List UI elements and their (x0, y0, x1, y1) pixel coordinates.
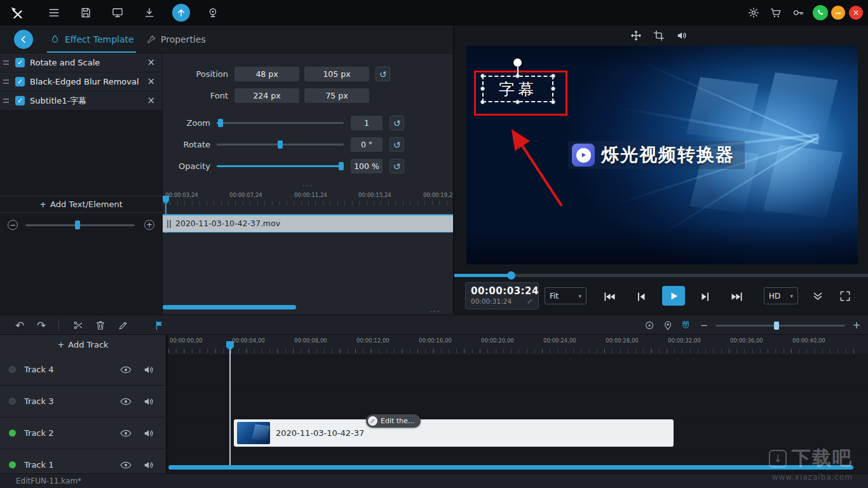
save-icon[interactable] (79, 6, 92, 19)
font-width-field[interactable]: 224 px (234, 88, 299, 103)
position-y-field[interactable]: 105 px (304, 67, 369, 81)
volume-icon[interactable] (675, 29, 688, 42)
resize-handle[interactable] (480, 86, 485, 91)
panel-resize-handle[interactable]: ··· (302, 182, 313, 191)
resize-handle[interactable] (551, 74, 555, 78)
store-cart-icon[interactable] (770, 6, 782, 19)
whatsapp-contact-icon[interactable] (813, 5, 828, 20)
fit-dropdown[interactable]: Fit ▾ (545, 287, 587, 304)
zoom-in-icon[interactable]: + (144, 220, 154, 230)
subtitle-selection-box[interactable]: 字幕 (482, 76, 553, 102)
add-text-element-button[interactable]: + Add Text/Element (0, 196, 162, 213)
timecode-display[interactable]: 00:00:03:24 00:00:31:24 (465, 282, 539, 309)
reset-rotate-button[interactable]: ↺ (390, 137, 404, 152)
track-visibility-eye-icon[interactable] (119, 427, 132, 440)
remove-effect-icon[interactable]: × (147, 92, 155, 110)
track-mute-speaker-icon[interactable] (142, 459, 155, 471)
timeline-zoom-slider[interactable] (715, 325, 845, 327)
play-button[interactable] (662, 286, 685, 306)
reset-opacity-button[interactable]: ↺ (390, 159, 404, 173)
seek-bar-handle[interactable] (507, 271, 515, 280)
effect-checkbox[interactable]: ✓ (15, 77, 25, 86)
track-visibility-eye-icon[interactable] (119, 363, 132, 376)
minimize-button[interactable]: − (831, 6, 845, 20)
track-header[interactable]: Track 3 (0, 386, 167, 417)
list-zoom-slider[interactable] (25, 224, 135, 226)
remove-effect-icon[interactable]: × (147, 72, 155, 91)
drag-handle-icon[interactable] (3, 98, 9, 103)
record-webcam-icon[interactable] (207, 6, 219, 19)
position-x-field[interactable]: 48 px (234, 67, 299, 81)
edit-pencil-icon[interactable] (118, 320, 129, 331)
effect-checkbox[interactable]: ✓ (15, 96, 25, 105)
list-zoom-slider-handle[interactable] (75, 220, 80, 229)
remove-effect-icon[interactable]: × (147, 53, 155, 72)
timeline-hscrollbar[interactable] (168, 465, 853, 470)
track-mute-speaker-icon[interactable] (142, 395, 155, 408)
next-frame-icon[interactable] (698, 289, 713, 304)
snap-magnet-icon[interactable] (680, 320, 691, 331)
crop-tool-icon[interactable] (653, 29, 665, 42)
drag-handle-icon[interactable] (3, 79, 9, 84)
upload-button[interactable] (172, 4, 190, 22)
marker-pin-icon[interactable] (662, 320, 674, 331)
preview-seek-bar[interactable] (454, 274, 868, 277)
rotation-handle[interactable] (513, 58, 522, 67)
opacity-slider[interactable] (217, 165, 344, 167)
fullscreen-icon[interactable] (839, 289, 853, 303)
properties-hscrollbar[interactable] (163, 305, 296, 309)
close-button[interactable] (849, 6, 863, 20)
resize-handle[interactable] (515, 100, 520, 104)
license-key-icon[interactable] (792, 6, 804, 19)
delete-trash-icon[interactable] (95, 320, 106, 331)
timeline-zoom-slider-handle[interactable] (774, 322, 779, 330)
zoom-value-field[interactable]: 1 (351, 116, 383, 130)
marker-flag-icon[interactable] (154, 320, 165, 331)
track-header[interactable]: Track 2 (0, 417, 167, 449)
previous-frame-icon[interactable] (634, 289, 649, 304)
opacity-slider-handle[interactable] (339, 162, 344, 170)
zoom-out-icon[interactable]: − (8, 220, 18, 230)
track-enable-dot[interactable] (9, 430, 16, 437)
track-lane[interactable] (168, 386, 868, 417)
track-visibility-eye-icon[interactable] (119, 459, 132, 471)
clip-trim-handle[interactable] (167, 220, 171, 228)
effect-checkbox[interactable]: ✓ (15, 58, 25, 67)
zoom-slider[interactable] (217, 122, 344, 124)
track-visibility-eye-icon[interactable] (119, 395, 132, 408)
video-canvas[interactable]: 烁光视频转换器 字幕 (466, 46, 858, 264)
menu-icon[interactable] (48, 6, 60, 19)
edit-time-pencil-icon[interactable] (527, 298, 533, 304)
track-enable-dot[interactable] (9, 461, 16, 468)
track-header[interactable]: Track 4 (0, 354, 167, 385)
track-preview-target-icon[interactable] (644, 320, 655, 331)
track-mute-speaker-icon[interactable] (142, 427, 155, 440)
back-button[interactable] (14, 30, 33, 49)
track-lane[interactable] (168, 354, 868, 385)
timeline-zoom-in-icon[interactable]: + (851, 320, 862, 331)
reset-position-button[interactable]: ↺ (376, 67, 390, 81)
subtitle-text[interactable]: 字幕 (499, 79, 537, 100)
resize-handle[interactable] (551, 100, 555, 104)
opacity-value-field[interactable]: 100 % (351, 159, 383, 173)
skip-to-start-icon[interactable] (602, 289, 617, 304)
tab-properties[interactable]: Properties (146, 25, 206, 53)
rotate-slider-handle[interactable] (278, 140, 283, 149)
resize-handle[interactable] (480, 100, 485, 104)
font-height-field[interactable]: 75 px (304, 88, 369, 103)
track-enable-dot[interactable] (9, 366, 16, 373)
timeline-ruler[interactable]: 00:00:00,00 00:00:04,00 00:00:08,00 00:0… (168, 335, 868, 354)
zoom-slider-handle[interactable] (218, 119, 223, 127)
resize-handle[interactable] (551, 86, 555, 91)
timeline-clip[interactable]: 2020-11-03-10-42-37 (234, 419, 674, 447)
collapse-double-chevron-icon[interactable] (811, 289, 825, 303)
effect-timeline-ruler[interactable]: 00:00:03,24 00:00:07,24 00:00:11,24 00:0… (163, 191, 454, 210)
effect-list-item[interactable]: ✓ Subtitle1-字幕 × (0, 92, 162, 110)
add-track-button[interactable]: + Add Track (0, 335, 167, 354)
settings-gear-icon[interactable] (747, 6, 760, 19)
track-mute-speaker-icon[interactable] (142, 363, 155, 376)
timeline-zoom-out-icon[interactable]: − (698, 320, 710, 331)
rotate-value-field[interactable]: 0 ° (351, 137, 383, 152)
move-tool-icon[interactable] (630, 29, 642, 42)
track-enable-dot[interactable] (9, 398, 16, 405)
